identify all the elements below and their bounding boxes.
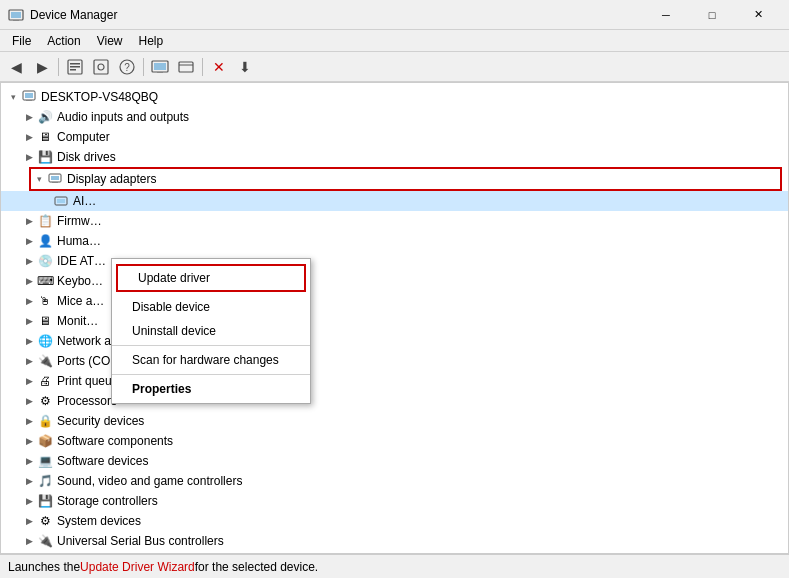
monitors-expand[interactable]: ▶ xyxy=(21,313,37,329)
statusbar-text-after: for the selected device. xyxy=(195,560,318,574)
mouse-icon: 🖱 xyxy=(37,293,53,309)
toolbar-btn-2[interactable] xyxy=(89,55,113,79)
device-tree[interactable]: ▾ DESKTOP-VS48QBQ ▶ 🔊 Audio inputs and o… xyxy=(0,82,789,554)
back-button[interactable]: ◀ xyxy=(4,55,28,79)
ide-expand[interactable]: ▶ xyxy=(21,253,37,269)
computer-expand[interactable]: ▶ xyxy=(21,129,37,145)
tree-item-computer[interactable]: ▶ 🖥 Computer xyxy=(1,127,788,147)
sound-expand[interactable]: ▶ xyxy=(21,473,37,489)
computer-label: Computer xyxy=(57,130,110,144)
system-label: System devices xyxy=(57,514,141,528)
audio-label: Audio inputs and outputs xyxy=(57,110,189,124)
hid-label: Huma… xyxy=(57,234,101,248)
tree-root[interactable]: ▾ DESKTOP-VS48QBQ xyxy=(1,87,788,107)
tree-item-security[interactable]: ▶ 🔒 Security devices xyxy=(1,411,788,431)
audio-expand[interactable]: ▶ xyxy=(21,109,37,125)
context-scan[interactable]: Scan for hardware changes xyxy=(112,348,310,372)
toolbar-separator-1 xyxy=(58,58,59,76)
usb-expand[interactable]: ▶ xyxy=(21,533,37,549)
window-controls: ─ □ ✕ xyxy=(643,0,781,30)
tree-item-display-adapters[interactable]: ▾ Display adapters xyxy=(31,169,780,189)
keyboards-expand[interactable]: ▶ xyxy=(21,273,37,289)
firmware-icon: 📋 xyxy=(37,213,53,229)
tree-item-audio[interactable]: ▶ 🔊 Audio inputs and outputs xyxy=(1,107,788,127)
hid-expand[interactable]: ▶ xyxy=(21,233,37,249)
sw-components-expand[interactable]: ▶ xyxy=(21,433,37,449)
tree-item-firmware[interactable]: ▶ 📋 Firmw… xyxy=(1,211,788,231)
tree-item-hid[interactable]: ▶ 👤 Huma… xyxy=(1,231,788,251)
system-icon: ⚙ xyxy=(37,513,53,529)
tree-item-sw-components[interactable]: ▶ 📦 Software components xyxy=(1,431,788,451)
ports-expand[interactable]: ▶ xyxy=(21,353,37,369)
context-sep-2 xyxy=(112,374,310,375)
storage-label: Storage controllers xyxy=(57,494,158,508)
sw-devices-expand[interactable]: ▶ xyxy=(21,453,37,469)
system-expand[interactable]: ▶ xyxy=(21,513,37,529)
remove-button[interactable]: ✕ xyxy=(207,55,231,79)
tree-item-gpu[interactable]: ▶ AI… xyxy=(1,191,788,211)
context-menu: Update driver Disable device Uninstall d… xyxy=(111,258,311,404)
toolbar-btn-screen[interactable] xyxy=(148,55,172,79)
svg-rect-6 xyxy=(70,69,76,71)
ports-icon: 🔌 xyxy=(37,353,53,369)
display-expand[interactable]: ▾ xyxy=(31,171,47,187)
context-uninstall[interactable]: Uninstall device xyxy=(112,319,310,343)
security-expand[interactable]: ▶ xyxy=(21,413,37,429)
forward-button[interactable]: ▶ xyxy=(30,55,54,79)
disk-expand[interactable]: ▶ xyxy=(21,149,37,165)
menu-action[interactable]: Action xyxy=(39,32,88,50)
window-title: Device Manager xyxy=(30,8,643,22)
menu-help[interactable]: Help xyxy=(131,32,172,50)
root-expand[interactable]: ▾ xyxy=(5,89,21,105)
menu-view[interactable]: View xyxy=(89,32,131,50)
svg-rect-20 xyxy=(51,176,59,180)
svg-rect-18 xyxy=(26,100,32,101)
network-expand[interactable]: ▶ xyxy=(21,333,37,349)
close-button[interactable]: ✕ xyxy=(735,0,781,30)
firmware-label: Firmw… xyxy=(57,214,102,228)
tree-item-storage[interactable]: ▶ 💾 Storage controllers xyxy=(1,491,788,511)
svg-rect-2 xyxy=(13,20,19,21)
print-expand[interactable]: ▶ xyxy=(21,373,37,389)
processors-label: Processors xyxy=(57,394,117,408)
display-adapters-label: Display adapters xyxy=(67,172,156,186)
storage-expand[interactable]: ▶ xyxy=(21,493,37,509)
firmware-expand[interactable]: ▶ xyxy=(21,213,37,229)
toolbar-btn-5[interactable] xyxy=(174,55,198,79)
maximize-button[interactable]: □ xyxy=(689,0,735,30)
toolbar-btn-properties[interactable] xyxy=(63,55,87,79)
processor-icon: ⚙ xyxy=(37,393,53,409)
context-disable[interactable]: Disable device xyxy=(112,295,310,319)
main-area: ▾ DESKTOP-VS48QBQ ▶ 🔊 Audio inputs and o… xyxy=(0,82,789,554)
gpu-icon xyxy=(53,193,69,209)
tree-item-sw-devices[interactable]: ▶ 💻 Software devices xyxy=(1,451,788,471)
ide-icon: 💿 xyxy=(37,253,53,269)
tree-item-sound[interactable]: ▶ 🎵 Sound, video and game controllers xyxy=(1,471,788,491)
toolbar: ◀ ▶ ? ✕ ⬇ xyxy=(0,52,789,82)
svg-rect-4 xyxy=(70,63,80,65)
printer-icon: 🖨 xyxy=(37,373,53,389)
tree-item-disk[interactable]: ▶ 💾 Disk drives xyxy=(1,147,788,167)
app-icon xyxy=(8,7,24,23)
svg-rect-17 xyxy=(25,93,33,98)
svg-rect-14 xyxy=(179,62,193,72)
tree-item-usb[interactable]: ▶ 🔌 Universal Serial Bus controllers xyxy=(1,531,788,551)
minimize-button[interactable]: ─ xyxy=(643,0,689,30)
svg-text:?: ? xyxy=(124,62,130,73)
context-sep-1 xyxy=(112,345,310,346)
mice-expand[interactable]: ▶ xyxy=(21,293,37,309)
download-button[interactable]: ⬇ xyxy=(233,55,257,79)
svg-rect-21 xyxy=(52,182,58,183)
context-properties[interactable]: Properties xyxy=(112,377,310,401)
usb-label: Universal Serial Bus controllers xyxy=(57,534,224,548)
statusbar-text-before: Launches the xyxy=(8,560,80,574)
security-icon: 🔒 xyxy=(37,413,53,429)
toolbar-separator-2 xyxy=(143,58,144,76)
disk-label: Disk drives xyxy=(57,150,116,164)
tree-item-system[interactable]: ▶ ⚙ System devices xyxy=(1,511,788,531)
processors-expand[interactable]: ▶ xyxy=(21,393,37,409)
toolbar-btn-help[interactable]: ? xyxy=(115,55,139,79)
usb-icon: 🔌 xyxy=(37,533,53,549)
menu-file[interactable]: File xyxy=(4,32,39,50)
context-update-driver[interactable]: Update driver xyxy=(118,266,304,290)
